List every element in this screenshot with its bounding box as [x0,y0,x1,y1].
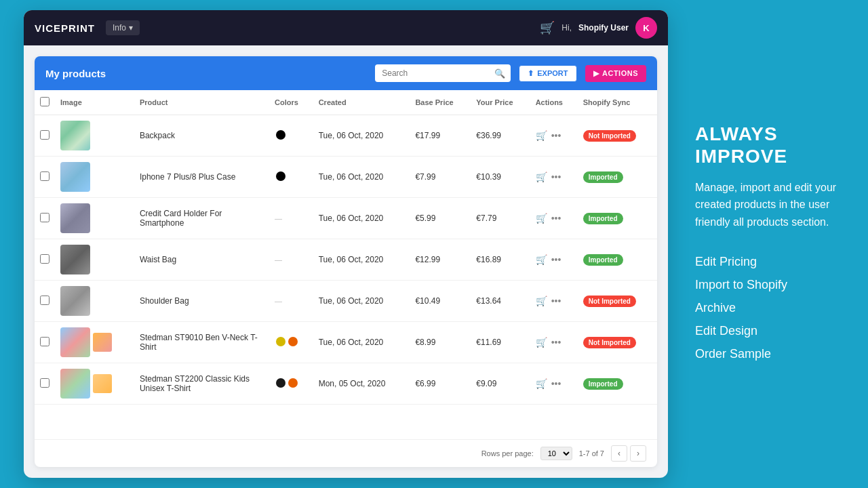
export-button[interactable]: ⬆ EXPORT [519,65,576,82]
product-created: Tue, 06 Oct, 2020 [313,322,410,363]
cart-action-icon[interactable]: 🛒 [536,130,547,141]
row-checkbox[interactable] [40,130,50,140]
status-badge: Imported [583,378,623,390]
row-checkbox[interactable] [40,296,50,305]
more-options-icon[interactable]: ••• [551,213,561,224]
color-dot [288,337,298,346]
base-price: €7.99 [410,157,471,198]
color-dot [276,337,285,346]
shopify-sync-status: Imported [578,198,657,239]
products-header: My products 🔍 ⬆ EXPORT ▶ ACTIONS [35,56,657,90]
table-body: BackpackTue, 06 Oct, 2020€17.99€36.99 🛒 … [35,115,657,405]
export-icon: ⬆ [528,69,534,78]
cart-icon[interactable]: 🛒 [540,20,555,35]
cart-action-icon[interactable]: 🛒 [536,337,547,348]
your-price: €36.99 [471,115,530,157]
info-list-item: Import to Shopify [695,273,841,296]
pagination-bar: Rows per page: 10 25 50 1-7 of 7 ‹ › [35,439,657,467]
action-buttons: 🛒 ••• [536,296,572,306]
row-checkbox[interactable] [40,213,50,222]
col-base-price: Base Price [410,90,471,115]
action-buttons: 🛒 ••• [536,213,572,224]
select-all-checkbox[interactable] [40,97,50,106]
more-options-icon[interactable]: ••• [551,171,561,182]
navbar: VICEPRINT Info ▾ 🛒 Hi, Shopify User K [24,10,668,45]
more-options-icon[interactable]: ••• [551,337,561,348]
products-title: My products [45,68,106,79]
cart-action-icon[interactable]: 🛒 [536,171,547,182]
info-headline: ALWAYS IMPROVE [695,123,841,168]
cart-action-icon[interactable]: 🛒 [536,254,547,265]
info-list: Edit PricingImport to ShopifyArchiveEdit… [695,250,841,366]
product-colors: — [269,281,313,322]
info-list-item: Edit Pricing [695,250,841,273]
color-dot [276,130,285,140]
table-row: Stedman ST2200 Classic Kids Unisex T-Shi… [35,363,657,405]
product-sub-thumbnail [93,333,112,352]
shopify-sync-status: Not Imported [578,281,657,322]
navbar-right: 🛒 Hi, Shopify User K [540,17,657,39]
base-price: €17.99 [410,115,471,157]
col-shopify-sync: Shopify Sync [578,90,657,115]
col-image: Image [55,90,134,115]
action-buttons: 🛒 ••• [536,378,572,389]
info-dropdown[interactable]: Info ▾ [106,20,140,35]
base-price: €10.49 [410,281,471,322]
prev-page-button[interactable]: ‹ [611,445,627,462]
product-created: Mon, 05 Oct, 2020 [313,363,410,405]
shopify-sync-status: Imported [578,239,657,281]
table-row: Waist Bag—Tue, 06 Oct, 2020€12.99€16.89 … [35,239,657,281]
product-thumbnail [60,203,90,233]
products-table: Image Product Colors Created Base Price … [35,90,657,405]
more-options-icon[interactable]: ••• [551,296,561,306]
your-price: €16.89 [471,239,530,281]
product-colors: — [269,239,313,281]
cart-action-icon[interactable]: 🛒 [536,296,547,306]
more-options-icon[interactable]: ••• [551,130,561,141]
more-options-icon[interactable]: ••• [551,378,561,389]
your-price: €7.79 [471,198,530,239]
info-list-item: Edit Design [695,319,841,342]
avatar[interactable]: K [635,17,657,39]
next-page-button[interactable]: › [630,445,646,462]
shopify-sync-status: Not Imported [578,115,657,157]
shopify-sync-status: Imported [578,157,657,198]
row-checkbox[interactable] [40,171,50,181]
status-badge: Not Imported [583,130,636,142]
page-range: 1-7 of 7 [579,449,604,458]
product-created: Tue, 06 Oct, 2020 [313,115,410,157]
username-text: Shopify User [578,23,629,33]
search-input[interactable] [375,64,511,82]
no-color: — [275,214,282,222]
product-colors: — [269,198,313,239]
status-badge: Imported [583,213,623,224]
your-price: €11.69 [471,322,530,363]
base-price: €5.99 [410,198,471,239]
product-colors [269,157,313,198]
no-color: — [275,297,282,305]
table-row: Shoulder Bag—Tue, 06 Oct, 2020€10.49€13.… [35,281,657,322]
cart-action-icon[interactable]: 🛒 [536,378,547,389]
table-row: Credit Card Holder For Smartphone—Tue, 0… [35,198,657,239]
col-colors: Colors [269,90,313,115]
cart-action-icon[interactable]: 🛒 [536,213,547,224]
row-checkbox[interactable] [40,378,50,388]
info-body: Manage, import and edit your created pro… [695,179,841,231]
action-buttons: 🛒 ••• [536,254,572,265]
product-name: Waist Bag [134,239,269,281]
action-buttons: 🛒 ••• [536,337,572,348]
actions-button[interactable]: ▶ ACTIONS [585,65,647,82]
product-name: Shoulder Bag [134,281,269,322]
play-icon: ▶ [593,69,599,78]
table-row: BackpackTue, 06 Oct, 2020€17.99€36.99 🛒 … [35,115,657,157]
product-thumbnail [60,245,90,274]
base-price: €12.99 [410,239,471,281]
status-badge: Imported [583,171,623,183]
more-options-icon[interactable]: ••• [551,254,561,265]
row-checkbox[interactable] [40,337,50,346]
hi-text: Hi, [561,23,572,33]
rows-per-page-select[interactable]: 10 25 50 [540,447,572,460]
product-name: Stedman ST9010 Ben V-Neck T-Shirt [134,322,269,363]
main-content: My products 🔍 ⬆ EXPORT ▶ ACTIONS [24,45,668,478]
row-checkbox[interactable] [40,254,50,264]
